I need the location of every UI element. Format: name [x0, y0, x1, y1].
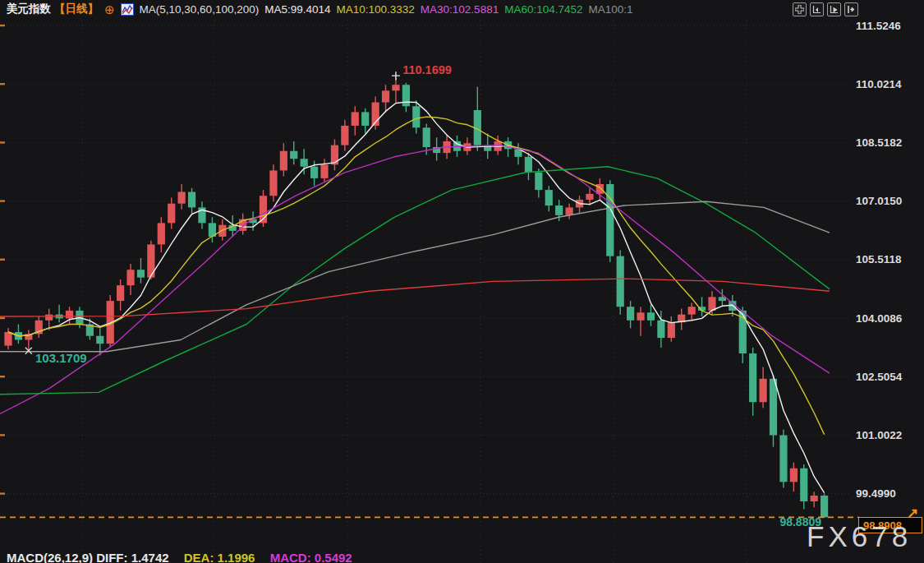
candle	[126, 270, 134, 285]
left-axis-tick	[0, 25, 5, 26]
ma5-legend: MA5:99.4014	[264, 3, 330, 16]
candle	[310, 167, 318, 178]
candle	[178, 192, 186, 203]
candle	[361, 112, 369, 126]
candle	[759, 379, 766, 402]
candle	[412, 106, 420, 127]
candle	[188, 192, 195, 207]
candle	[657, 321, 664, 338]
candle	[668, 322, 675, 338]
move-crosshair-button[interactable]	[793, 2, 807, 16]
ma60-legend: MA60:104.7452	[504, 3, 582, 16]
y-axis-label: 102.5054	[856, 371, 903, 383]
ma10-legend: MA10:100.3332	[337, 3, 415, 16]
ma200-line	[0, 279, 830, 316]
candle	[586, 194, 593, 200]
candle	[647, 312, 655, 320]
timeframe-label[interactable]: 【日线】	[54, 2, 99, 16]
add-indicator-icon[interactable]: ⊕	[104, 3, 115, 16]
high-cross-marker	[392, 72, 400, 80]
left-axis-tick	[0, 259, 5, 261]
left-axis-tick	[0, 141, 5, 143]
y-axis-label: 110.0214	[856, 78, 902, 90]
playback-button[interactable]	[827, 2, 841, 16]
candles	[4, 78, 828, 518]
candle	[137, 270, 145, 277]
chart-header: 美元指数 【日线】 ⊕ MA(5,10,30,60,100,200) MA5:9…	[0, 0, 924, 18]
candle	[688, 307, 696, 314]
candle	[117, 285, 124, 301]
ma-lines	[0, 102, 830, 493]
candle	[352, 112, 359, 126]
candle	[545, 190, 553, 205]
y-axis-label: 111.5246	[856, 20, 901, 32]
candle	[637, 312, 644, 320]
ma-group-label: MA(5,10,30,60,100,200)	[140, 3, 260, 16]
left-axis-tick	[0, 200, 5, 201]
y-axis-label: 108.5182	[856, 136, 902, 149]
candle	[382, 90, 389, 102]
chart-toolbar	[793, 2, 858, 16]
candle	[555, 205, 563, 215]
candle	[821, 496, 828, 517]
chart-style-icon[interactable]	[121, 3, 134, 16]
low-price-label: 103.1709	[35, 351, 87, 365]
candle	[800, 468, 807, 501]
candle	[770, 379, 777, 436]
candle	[168, 204, 175, 224]
pan-right-edge-button[interactable]	[844, 2, 858, 16]
candle	[4, 332, 11, 346]
y-axis-label: 101.0022	[856, 429, 902, 441]
candle	[66, 311, 73, 318]
left-axis-tick	[0, 83, 5, 85]
left-axis-tick	[0, 434, 5, 436]
symbol-title: 美元指数	[7, 2, 51, 16]
candle	[290, 151, 297, 159]
y-axis-label: 105.5118	[856, 253, 902, 265]
macd-dea-label: DEA: 1.1996	[184, 551, 255, 563]
high-price-label: 110.1699	[402, 63, 452, 76]
left-axis-tick	[0, 317, 5, 319]
chart-window: 111.5246110.0214108.5182107.0150105.5118…	[0, 0, 924, 563]
pan-left-edge-button[interactable]	[810, 2, 824, 16]
y-axis-label: 104.0086	[856, 312, 903, 325]
candle	[269, 170, 277, 196]
ma100-line	[0, 201, 830, 351]
candle	[790, 468, 798, 482]
ma30-line	[0, 145, 830, 414]
left-axis-tick	[0, 492, 5, 494]
candle	[535, 173, 542, 190]
ma100-legend: MA100:1	[588, 3, 632, 16]
candle	[280, 151, 287, 171]
candlestick-chart[interactable]: 111.5246110.0214108.5182107.0150105.5118…	[0, 0, 924, 563]
candle	[320, 164, 328, 178]
watermark: FX678	[807, 520, 912, 553]
candle	[811, 496, 818, 501]
candle	[96, 336, 103, 344]
candle	[617, 256, 624, 307]
candle	[749, 353, 756, 402]
candle	[402, 85, 410, 106]
gridlines: 111.5246110.0214108.5182107.0150105.5118…	[0, 20, 903, 563]
candle	[341, 126, 348, 145]
y-axis-label: 107.0150	[856, 195, 902, 207]
candle	[45, 315, 53, 321]
left-axis-tick	[0, 376, 5, 377]
candle	[779, 436, 787, 482]
candle	[566, 207, 573, 215]
macd-indicator-bar: MACD(26,12,9) DIFF: 1.4742 DEA: 1.1996 M…	[7, 551, 364, 563]
y-axis-label: 99.4990	[856, 487, 896, 500]
macd-value-label: MACD: 0.5492	[270, 551, 352, 563]
candle	[627, 307, 634, 321]
candle	[392, 85, 399, 90]
candle	[525, 157, 532, 173]
candle	[301, 159, 308, 166]
candle	[423, 127, 430, 147]
macd-params-diff-label: MACD(26,12,9) DIFF: 1.4742	[7, 551, 169, 563]
ma30-legend: MA30:102.5881	[421, 3, 499, 16]
candle	[331, 145, 338, 165]
candle	[158, 223, 165, 244]
